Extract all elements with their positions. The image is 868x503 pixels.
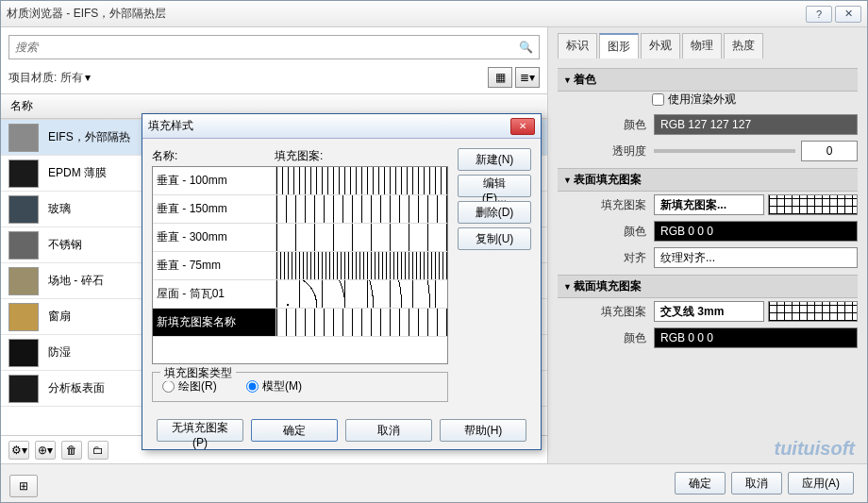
transparency-value[interactable]: 0 — [801, 141, 858, 161]
duplicate-button[interactable]: 复制(U) — [458, 227, 531, 250]
pattern-preview — [275, 280, 447, 308]
dialog-left: 名称:填充图案: 垂直 - 100mm垂直 - 150mm垂直 - 300mm垂… — [152, 148, 448, 402]
material-name: EIFS，外部隔热 — [48, 129, 130, 145]
material-swatch — [8, 303, 39, 331]
tab-thermal[interactable]: 热度 — [724, 33, 763, 59]
pattern-list[interactable]: 垂直 - 100mm垂直 - 150mm垂直 - 300mm垂直 - 75mm屋… — [152, 166, 448, 364]
pattern-row[interactable]: 垂直 - 300mm — [153, 224, 447, 252]
window-title: 材质浏览器 - EIFS，外部隔热层 — [7, 6, 803, 22]
pattern-preview — [275, 167, 447, 194]
pattern-row[interactable]: 新填充图案名称 — [153, 309, 447, 337]
filter-row: 项目材质: 所有 ▾ ▦ ≣▾ — [8, 67, 540, 88]
pattern-name: 垂直 - 75mm — [153, 258, 275, 274]
pattern-name: 新填充图案名称 — [153, 314, 275, 330]
material-name: 窗扇 — [48, 309, 71, 325]
shade-color-value[interactable]: RGB 127 127 127 — [654, 114, 858, 135]
material-name: EPDM 薄膜 — [48, 165, 107, 181]
material-swatch — [8, 267, 39, 295]
tab-graphics[interactable]: 图形 — [599, 33, 639, 59]
radio-model[interactable]: 模型(M) — [246, 378, 302, 394]
search-icon: 🔍 — [519, 41, 533, 54]
settings-icon[interactable]: ⚙▾ — [8, 441, 29, 460]
edit-button[interactable]: 编辑(E)... — [458, 175, 531, 197]
cut-pattern-preview[interactable] — [768, 301, 858, 322]
surface-pattern-preview[interactable] — [768, 194, 858, 215]
no-pattern-button[interactable]: 无填充图案(P) — [157, 419, 243, 442]
view-list-button[interactable]: ≣▾ — [515, 67, 540, 88]
tab-physical[interactable]: 物理 — [682, 33, 722, 59]
material-swatch — [8, 339, 39, 367]
filter-label[interactable]: 项目材质: 所有 — [8, 70, 83, 86]
surface-pattern-value[interactable]: 新填充图案... — [654, 194, 764, 215]
pattern-preview — [275, 195, 447, 223]
watermark: tuituisoft — [774, 438, 855, 460]
material-swatch — [8, 195, 39, 224]
expand-button[interactable]: ⊞ — [9, 475, 38, 497]
section-shading[interactable]: 着色 — [558, 68, 858, 92]
pattern-type-fieldset: 填充图案类型 绘图(R) 模型(M) — [152, 372, 448, 402]
material-name: 防湿 — [48, 344, 71, 360]
material-name: 分析板表面 — [48, 380, 105, 396]
tab-appearance[interactable]: 外观 — [641, 33, 680, 59]
dialog-close-button[interactable]: ✕ — [510, 118, 535, 135]
add-icon[interactable]: ⊕▾ — [35, 441, 56, 460]
new-button[interactable]: 新建(N) — [458, 148, 531, 171]
section-surface[interactable]: 表面填充图案 — [558, 168, 858, 192]
material-swatch — [8, 375, 39, 403]
titlebar[interactable]: 材质浏览器 - EIFS，外部隔热层 ? ✕ — [1, 1, 867, 27]
use-render-row: 使用渲染外观 — [652, 92, 858, 108]
chevron-down-icon[interactable]: ▾ — [85, 71, 91, 84]
dialog-ok-button[interactable]: 确定 — [251, 419, 338, 442]
cut-color-value[interactable]: RGB 0 0 0 — [654, 327, 858, 348]
pattern-row[interactable]: 垂直 - 100mm — [153, 167, 447, 195]
material-swatch — [8, 124, 39, 152]
section-cut[interactable]: 截面填充图案 — [558, 275, 858, 298]
ok-button[interactable]: 确定 — [675, 472, 726, 495]
view-grid-button[interactable]: ▦ — [488, 67, 512, 88]
pattern-preview — [275, 224, 447, 251]
delete-button[interactable]: 删除(D) — [458, 201, 531, 224]
search-box[interactable]: 🔍 — [8, 35, 540, 59]
pattern-name: 垂直 - 300mm — [153, 229, 275, 245]
surface-align-value[interactable]: 纹理对齐... — [654, 247, 858, 268]
surface-color-value[interactable]: RGB 0 0 0 — [654, 221, 858, 242]
use-render-checkbox[interactable] — [652, 93, 664, 106]
dialog-help-button[interactable]: 帮助(H) — [440, 419, 526, 442]
cut-pattern-value[interactable]: 交叉线 3mm — [654, 301, 764, 322]
pattern-name: 屋面 - 筒瓦01 — [153, 286, 275, 302]
pattern-row[interactable]: 垂直 - 75mm — [153, 252, 447, 280]
window-footer: 确定 取消 应用(A) — [1, 463, 867, 502]
material-name: 不锈钢 — [48, 237, 82, 253]
dialog-titlebar[interactable]: 填充样式 ✕ — [142, 114, 541, 139]
pattern-preview — [275, 252, 447, 279]
right-panel: 标识 图形 外观 物理 热度 着色 使用渲染外观 颜色RGB 127 127 1… — [548, 27, 867, 463]
dialog-title: 填充样式 — [148, 118, 510, 134]
folder-icon[interactable]: 🗀 — [88, 441, 108, 460]
dialog-footer: 无填充图案(P) 确定 取消 帮助(H) — [142, 411, 541, 449]
material-name: 场地 - 碎石 — [48, 273, 104, 289]
delete-icon[interactable]: 🗑 — [61, 441, 82, 460]
apply-button[interactable]: 应用(A) — [788, 472, 854, 495]
cancel-button[interactable]: 取消 — [731, 472, 782, 495]
search-input[interactable] — [15, 41, 519, 54]
pattern-row[interactable]: 屋面 - 筒瓦01 — [153, 280, 447, 309]
pattern-preview — [275, 309, 447, 336]
help-button[interactable]: ? — [806, 6, 832, 23]
transparency-slider[interactable] — [654, 149, 795, 153]
pattern-name: 垂直 - 150mm — [153, 201, 275, 217]
material-swatch — [8, 231, 39, 260]
material-swatch — [8, 159, 39, 188]
close-button[interactable]: ✕ — [835, 6, 861, 23]
tabs: 标识 图形 外观 物理 热度 — [558, 33, 858, 59]
material-name: 玻璃 — [48, 201, 71, 217]
pattern-name: 垂直 - 100mm — [153, 173, 275, 189]
dialog-side-buttons: 新建(N) 编辑(E)... 删除(D) 复制(U) — [458, 148, 531, 402]
dialog-cancel-button[interactable]: 取消 — [345, 419, 432, 442]
fill-pattern-dialog: 填充样式 ✕ 名称:填充图案: 垂直 - 100mm垂直 - 150mm垂直 -… — [142, 113, 542, 450]
pattern-row[interactable]: 垂直 - 150mm — [153, 195, 447, 224]
tab-identity[interactable]: 标识 — [558, 33, 597, 59]
